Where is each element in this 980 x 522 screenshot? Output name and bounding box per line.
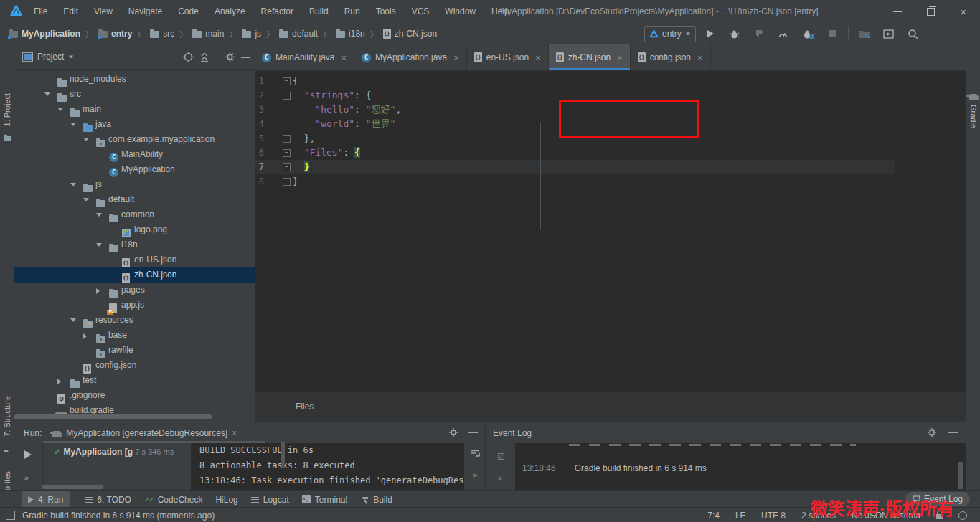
tree-item-logo.png[interactable]: logo.png — [14, 222, 255, 237]
tree-item-pages[interactable]: pages — [14, 283, 255, 298]
stop-button[interactable] — [822, 25, 842, 42]
breadcrumb-item-default[interactable]: default — [279, 29, 318, 39]
tree-item-java[interactable]: java — [14, 117, 255, 132]
run-console-scrollbar[interactable] — [281, 442, 285, 468]
toolwindow-tab-structure[interactable]: 7: Structure — [3, 396, 11, 437]
menu-item-navigate[interactable]: Navigate — [121, 6, 170, 16]
tree-item-base[interactable]: base — [14, 328, 255, 343]
breadcrumb-item-entry[interactable]: entry — [98, 29, 132, 39]
close-icon[interactable]: × — [535, 52, 541, 63]
tree-item-app.js[interactable]: app.js — [14, 298, 255, 313]
fold-marker-icon[interactable]: − — [283, 77, 291, 85]
rerun-button[interactable] — [24, 450, 32, 459]
soft-wrap-icon[interactable] — [470, 449, 480, 457]
tab-zh-CN.json[interactable]: {}zh-CN.json× — [549, 44, 631, 70]
breadcrumb-item-zh-CN.json[interactable]: {}zh-CN.json — [383, 29, 437, 39]
menu-item-refactor[interactable]: Refactor — [253, 6, 301, 16]
collapse-all-icon[interactable] — [199, 52, 209, 62]
tree-item-resources[interactable]: resources — [14, 313, 255, 328]
close-icon[interactable]: × — [232, 428, 237, 438]
chevron-expanded-icon[interactable] — [96, 213, 102, 217]
project-panel-title[interactable]: Project — [37, 52, 64, 62]
locate-file-icon[interactable] — [183, 52, 194, 62]
fold-marker-icon[interactable]: − — [283, 178, 291, 186]
tree-item-i18n[interactable]: i18n — [14, 237, 255, 252]
close-icon[interactable]: × — [453, 52, 459, 63]
run-tab[interactable]: MyApplication [generateDebugResources] × — [52, 428, 237, 438]
close-button[interactable]: × — [947, 0, 980, 23]
tree-item-src[interactable]: src — [14, 87, 255, 102]
line-separator[interactable]: LF — [735, 511, 745, 521]
menu-item-view[interactable]: View — [86, 6, 121, 16]
minimize-button[interactable]: — — [881, 0, 914, 23]
menu-item-run[interactable]: Run — [336, 6, 368, 16]
menu-item-analyze[interactable]: Analyze — [207, 6, 253, 16]
toolwindow-toggle-icon[interactable] — [6, 511, 15, 520]
tab-config.json[interactable]: {}config.json× — [631, 44, 711, 70]
tab-MyApplication.java[interactable]: CMyApplication.java× — [354, 44, 467, 70]
menu-item-file[interactable]: File — [26, 6, 55, 16]
fold-marker-icon[interactable]: − — [283, 92, 291, 100]
run-console[interactable]: BUILD SUCCESSFUL in 6s8 actionable tasks… — [191, 443, 464, 490]
breadcrumb-item-main[interactable]: main — [192, 29, 224, 39]
event-log-console[interactable]: 13:18:46Gradle build finished in 6 s 914… — [515, 443, 966, 490]
chevron-expanded-icon[interactable] — [57, 108, 63, 111]
project-structure-button[interactable] — [854, 25, 875, 42]
debug-button[interactable] — [725, 25, 745, 42]
gear-icon[interactable] — [225, 52, 235, 62]
chevron-expanded-icon[interactable] — [70, 123, 76, 126]
close-icon[interactable]: × — [341, 52, 347, 63]
search-icon[interactable] — [903, 25, 923, 42]
close-icon[interactable]: × — [617, 52, 623, 63]
event-log-title[interactable]: Event Log — [493, 428, 532, 438]
tree-item-js[interactable]: js — [14, 177, 255, 192]
menu-item-window[interactable]: Window — [437, 6, 484, 16]
hide-panel-button[interactable]: — — [468, 427, 478, 437]
more-actions-icon[interactable]: » — [498, 473, 501, 482]
breadcrumb-item-i18n[interactable]: i18n — [336, 29, 365, 39]
toolwindow-button-6-todo[interactable]: 6: TODO — [78, 491, 138, 508]
tree-item-en-US.json[interactable]: {}en-US.json — [14, 252, 255, 267]
chevron-collapsed-icon[interactable] — [96, 288, 100, 294]
gear-icon[interactable] — [927, 427, 937, 437]
fold-marker-icon[interactable]: − — [283, 163, 291, 171]
hide-panel-button[interactable]: — — [241, 52, 250, 62]
chevron-expanded-icon[interactable] — [83, 198, 89, 201]
tree-item-common[interactable]: common — [14, 207, 255, 222]
chevron-expanded-icon[interactable] — [70, 183, 76, 186]
toolwindow-button-build[interactable]: Build — [354, 491, 399, 508]
hide-panel-button[interactable]: — — [948, 427, 958, 437]
tree-item-MainAbility[interactable]: CMainAbility — [14, 147, 255, 162]
chevron-collapsed-icon[interactable] — [57, 379, 61, 384]
toolwindow-button-hilog[interactable]: HiLog — [209, 491, 244, 508]
tree-item-default[interactable]: default — [14, 192, 255, 207]
chevron-collapsed-icon[interactable] — [83, 333, 87, 339]
toolwindow-tab-project[interactable]: 1: Project — [3, 93, 11, 126]
more-actions-icon[interactable]: » — [24, 473, 27, 482]
fold-marker-icon[interactable]: − — [283, 149, 291, 157]
menu-item-vcs[interactable]: VCS — [404, 6, 438, 16]
close-icon[interactable]: × — [697, 52, 703, 63]
breadcrumb-item-MyApplication[interactable]: MyApplication — [9, 29, 80, 39]
breadcrumb-item-js[interactable]: js — [242, 29, 261, 39]
event-log-scrollbar[interactable] — [958, 462, 963, 489]
tree-item-com.example.myapplication[interactable]: com.example.myapplication — [14, 132, 255, 147]
maximize-button[interactable] — [914, 0, 947, 23]
debug-attach-button[interactable] — [798, 25, 818, 42]
menu-item-tools[interactable]: Tools — [368, 6, 404, 16]
run-configuration-select[interactable]: entry — [644, 26, 696, 42]
chevron-expanded-icon[interactable] — [83, 138, 89, 141]
breadcrumb-item-src[interactable]: src — [150, 29, 174, 39]
menu-item-edit[interactable]: Edit — [55, 6, 86, 16]
editor-breadcrumb-item[interactable]: Files — [296, 402, 314, 412]
checkbox-icon[interactable]: ☑ — [497, 452, 505, 462]
tree-item-zh-CN.json[interactable]: {}zh-CN.json — [14, 267, 255, 283]
tree-item-.gitignore[interactable]: ⊘.gitignore — [14, 388, 255, 403]
run-tree-horizontal-scrollbar[interactable] — [42, 485, 103, 489]
toolwindow-tab-gradle[interactable]: Gradle — [969, 105, 978, 128]
toolwindow-button-logcat[interactable]: Logcat — [245, 491, 296, 508]
tab-MainAbility.java[interactable]: CMainAbility.java× — [255, 44, 354, 70]
file-encoding[interactable]: UTF-8 — [761, 511, 786, 521]
more-actions-icon[interactable]: » — [473, 470, 476, 479]
tree-item-rawfile[interactable]: rawfile — [14, 343, 255, 358]
